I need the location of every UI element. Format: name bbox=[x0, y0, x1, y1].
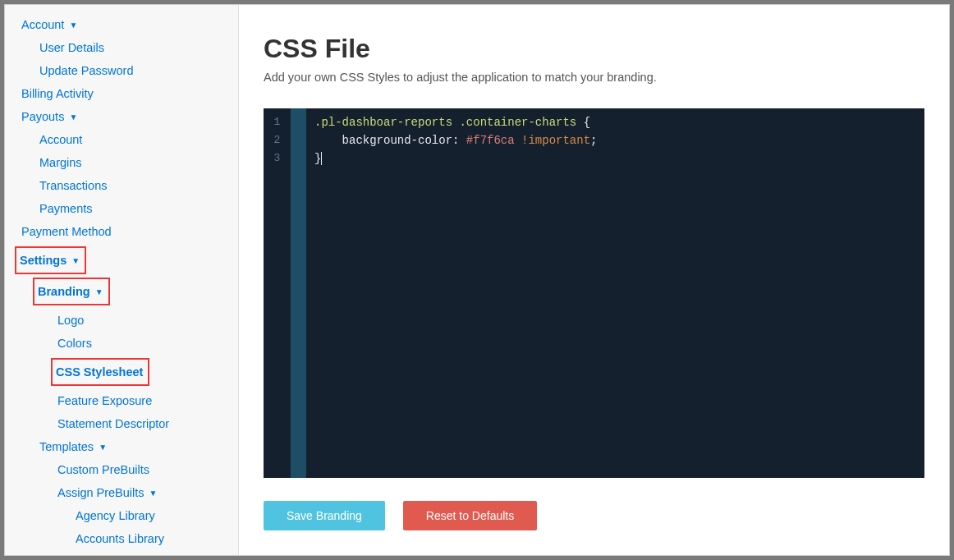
line-number: 2 bbox=[264, 131, 291, 149]
nav-payouts-transactions[interactable]: Transactions bbox=[5, 174, 238, 197]
highlight-css-stylesheet: CSS Stylesheet bbox=[54, 358, 238, 386]
caret-down-icon: ▼ bbox=[71, 256, 80, 265]
nav-branding-statement[interactable]: Statement Descriptor bbox=[5, 412, 238, 435]
nav-payouts[interactable]: Payouts ▼ bbox=[5, 105, 238, 128]
nav-branding-colors[interactable]: Colors bbox=[5, 332, 238, 355]
nav-templates-assign[interactable]: Assign PreBuilts ▼ bbox=[5, 481, 238, 504]
nav-account-label: Account bbox=[21, 18, 64, 31]
nav-payouts-label: Payouts bbox=[21, 110, 64, 123]
editor-gutter: 1 2 3 bbox=[264, 108, 291, 478]
nav-billing-activity[interactable]: Billing Activity bbox=[5, 82, 238, 105]
nav-templates-label: Templates bbox=[39, 440, 94, 453]
nav-branding-label: Branding bbox=[38, 285, 90, 298]
reset-defaults-button[interactable]: Reset to Defaults bbox=[403, 501, 537, 530]
caret-down-icon: ▼ bbox=[95, 287, 103, 296]
line-number: 3 bbox=[264, 149, 291, 168]
caret-down-icon: ▼ bbox=[69, 112, 77, 122]
code-line: .pl-dashboar-reports .container-charts { bbox=[314, 113, 916, 131]
nav-branding-css[interactable]: CSS Stylesheet bbox=[54, 360, 143, 383]
page-subtitle: Add your own CSS Styles to adjust the ap… bbox=[264, 71, 924, 84]
code-line: } bbox=[314, 149, 916, 168]
nav-templates-accounts[interactable]: Accounts Library bbox=[5, 527, 238, 550]
nav-payouts-account[interactable]: Account bbox=[5, 128, 238, 151]
caret-down-icon: ▼ bbox=[69, 21, 77, 30]
main-content: CSS File Add your own CSS Styles to adju… bbox=[239, 5, 949, 555]
nav-settings-label: Settings bbox=[20, 254, 67, 267]
nav-payouts-payments[interactable]: Payments bbox=[5, 197, 238, 220]
sidebar: Account ▼ User Details Update Password B… bbox=[5, 5, 239, 555]
nav-templates-assign-label: Assign PreBuilts bbox=[57, 486, 144, 499]
nav-templates-custom[interactable]: Custom PreBuilts bbox=[5, 458, 238, 481]
highlight-settings: Settings ▼ bbox=[18, 246, 238, 274]
page-title: CSS File bbox=[264, 34, 924, 64]
nav-branding-logo[interactable]: Logo bbox=[5, 309, 238, 332]
nav-templates[interactable]: Templates ▼ bbox=[5, 435, 238, 458]
code-line: background-color: #f7f6ca !important; bbox=[314, 131, 916, 149]
editor-content[interactable]: .pl-dashboar-reports .container-charts {… bbox=[306, 108, 924, 478]
line-number: 1 bbox=[264, 113, 291, 131]
nav-branding[interactable]: Branding ▼ bbox=[36, 280, 103, 303]
highlight-branding: Branding ▼ bbox=[36, 278, 238, 305]
nav-templates-agency[interactable]: Agency Library bbox=[5, 504, 238, 527]
nav-account[interactable]: Account ▼ bbox=[5, 13, 238, 36]
css-code-editor[interactable]: 1 2 3 .pl-dashboar-reports .container-ch… bbox=[264, 108, 924, 478]
nav-branding-feature[interactable]: Feature Exposure bbox=[5, 389, 238, 412]
app-frame: Account ▼ User Details Update Password B… bbox=[4, 4, 950, 556]
editor-gutter-stripe bbox=[291, 108, 306, 478]
caret-down-icon: ▼ bbox=[99, 443, 107, 452]
button-row: Save Branding Reset to Defaults bbox=[264, 501, 924, 530]
save-branding-button[interactable]: Save Branding bbox=[264, 501, 385, 530]
nav-settings[interactable]: Settings ▼ bbox=[18, 249, 80, 272]
nav-update-password[interactable]: Update Password bbox=[5, 59, 238, 82]
cursor-icon bbox=[321, 152, 322, 165]
nav-payment-method[interactable]: Payment Method bbox=[5, 220, 238, 243]
nav-payouts-margins[interactable]: Margins bbox=[5, 151, 238, 174]
caret-down-icon: ▼ bbox=[149, 489, 158, 498]
nav-user-details[interactable]: User Details bbox=[5, 36, 238, 59]
